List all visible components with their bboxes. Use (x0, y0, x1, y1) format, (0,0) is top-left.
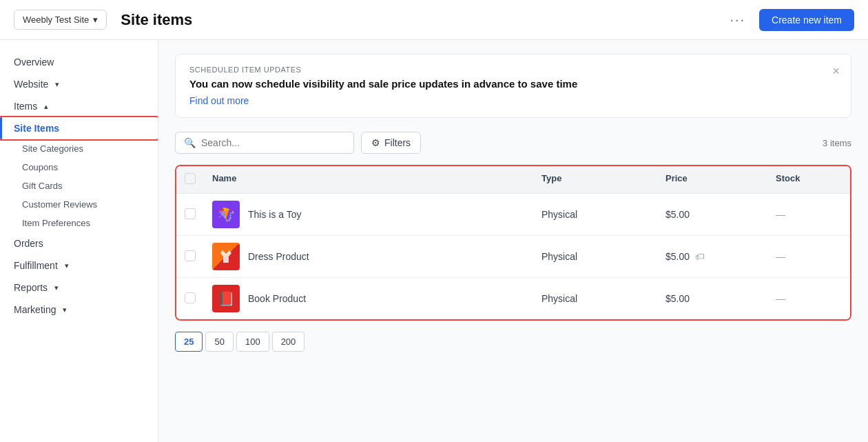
product-thumbnail: 🪁 (212, 201, 240, 228)
product-name: Dress Product (248, 251, 309, 262)
product-type: Physical (533, 293, 657, 304)
page-size-50[interactable]: 50 (205, 332, 233, 352)
product-stock: — (767, 293, 850, 304)
product-price: $5.00 (665, 209, 690, 220)
row-checkbox[interactable] (185, 250, 196, 261)
items-count: 3 items (823, 138, 851, 148)
product-stock: — (767, 209, 850, 220)
banner-label: SCHEDULED ITEM UPDATES (189, 66, 837, 74)
site-name-label: Weebly Test Site (23, 14, 89, 25)
banner-title: You can now schedule visibility and sale… (189, 78, 837, 90)
select-all-checkbox[interactable] (185, 173, 196, 184)
sidebar-item-gift-cards[interactable]: Gift Cards (0, 177, 158, 195)
items-table: Name Type Price Stock 🪁 This is a Toy Ph… (175, 165, 851, 321)
product-name: This is a Toy (248, 209, 302, 220)
banner-find-out-more-link[interactable]: Find out more (189, 95, 249, 106)
table-row[interactable]: Dress Product Physical $5.00 🏷 — (176, 236, 850, 278)
page-size-100[interactable]: 100 (236, 332, 269, 352)
product-type: Physical (533, 209, 657, 220)
page-size-200[interactable]: 200 (272, 332, 305, 352)
row-checkbox[interactable] (185, 292, 196, 303)
table-row[interactable]: 📕 Book Product Physical $5.00 — (176, 278, 850, 319)
sidebar-item-marketing[interactable]: Marketing ▾ (0, 299, 158, 321)
sidebar-item-customer-reviews[interactable]: Customer Reviews (0, 195, 158, 214)
chevron-down-icon: ▾ (63, 305, 67, 314)
search-box: 🔍 (175, 132, 354, 154)
scheduled-updates-banner: SCHEDULED ITEM UPDATES You can now sched… (175, 54, 851, 118)
table-toolbar: 🔍 ⚙ Filters 3 items (175, 132, 851, 154)
pagination: 25 50 100 200 (175, 332, 851, 352)
product-name: Book Product (248, 293, 306, 304)
chevron-down-icon: ▾ (65, 261, 69, 270)
sidebar-item-website[interactable]: Website ▾ (0, 73, 158, 95)
product-price: $5.00 (665, 293, 690, 304)
table-header: Name Type Price Stock (176, 166, 850, 194)
col-header-type: Type (533, 173, 657, 186)
banner-close-button[interactable]: × (832, 64, 840, 79)
chevron-down-icon: ▾ (54, 283, 59, 292)
sidebar-item-coupons[interactable]: Coupons (0, 158, 158, 177)
sidebar-item-reports[interactable]: Reports ▾ (0, 277, 158, 299)
search-input[interactable] (201, 137, 345, 148)
product-thumbnail: 📕 (212, 285, 240, 312)
page-title: Site items (121, 11, 192, 29)
main-content: SCHEDULED ITEM UPDATES You can now sched… (158, 40, 868, 442)
search-icon: 🔍 (184, 137, 196, 148)
filter-label: Filters (384, 137, 411, 148)
sidebar-item-fulfillment[interactable]: Fulfillment ▾ (0, 254, 158, 277)
chevron-down-icon: ▾ (55, 80, 59, 89)
site-selector[interactable]: Weebly Test Site ▾ (14, 10, 107, 30)
sidebar-item-site-categories[interactable]: Site Categories (0, 139, 158, 158)
row-checkbox[interactable] (185, 208, 196, 219)
create-new-item-button[interactable]: Create new item (759, 9, 854, 31)
col-header-price: Price (657, 173, 767, 186)
col-header-stock: Stock (767, 173, 850, 186)
page-size-25[interactable]: 25 (175, 332, 203, 352)
product-type: Physical (533, 251, 657, 262)
product-stock: — (767, 251, 850, 262)
col-header-name: Name (204, 173, 533, 186)
filters-button[interactable]: ⚙ Filters (361, 132, 421, 154)
chevron-up-icon: ▴ (44, 102, 48, 111)
product-price: $5.00 (665, 251, 690, 262)
sidebar-item-items[interactable]: Items ▴ (0, 95, 158, 117)
sidebar-item-overview[interactable]: Overview (0, 51, 158, 73)
sidebar: Overview Website ▾ Items ▴ Site Items Si… (0, 40, 158, 442)
more-options-button[interactable]: ··· (724, 9, 751, 30)
product-thumbnail (212, 243, 240, 270)
sidebar-item-site-items[interactable]: Site Items (0, 117, 158, 139)
sidebar-item-orders[interactable]: Orders (0, 232, 158, 254)
sale-tag-icon: 🏷 (695, 251, 705, 262)
chevron-down-icon: ▾ (93, 14, 98, 25)
sidebar-item-item-preferences[interactable]: Item Preferences (0, 214, 158, 232)
table-row[interactable]: 🪁 This is a Toy Physical $5.00 — (176, 194, 850, 236)
filter-icon: ⚙ (371, 137, 380, 148)
